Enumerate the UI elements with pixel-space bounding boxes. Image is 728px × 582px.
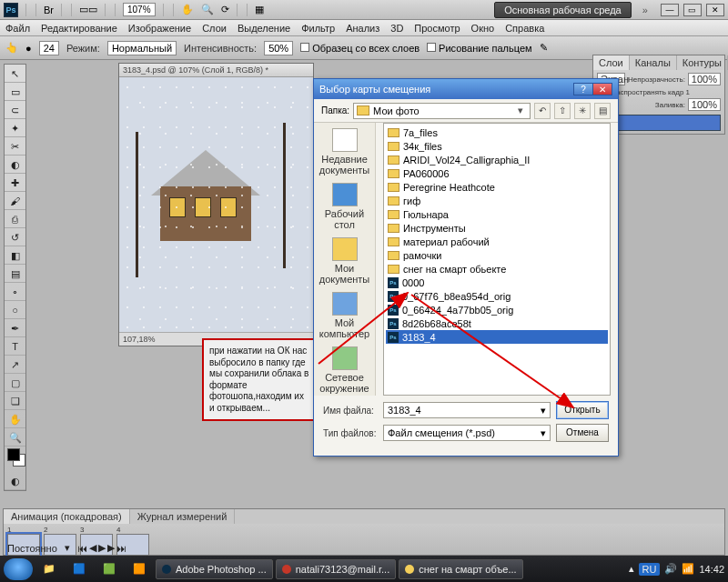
last-frame-button[interactable]: ⏭ xyxy=(116,543,126,554)
workspace-more-icon[interactable]: » xyxy=(642,5,648,15)
file-item[interactable]: гиф xyxy=(386,194,608,207)
tab-paths[interactable]: Контуры xyxy=(677,55,728,70)
dialog-help-button[interactable]: ? xyxy=(573,83,593,95)
tool-shape[interactable]: ▢ xyxy=(5,374,25,392)
menu-3d[interactable]: 3D xyxy=(390,23,403,34)
menu-file[interactable]: Файл xyxy=(5,23,30,34)
file-item[interactable]: ARIDI_Vol24_Calligraphia_II xyxy=(386,153,608,166)
dialog-close-button[interactable]: ✕ xyxy=(592,83,612,95)
brush-size-field[interactable]: 24 xyxy=(39,41,59,55)
file-item[interactable]: материал рабочий xyxy=(386,235,608,248)
filename-field[interactable]: 3183_4▾ xyxy=(383,402,551,418)
menu-filter[interactable]: Фильтр xyxy=(301,23,335,34)
file-item[interactable]: Ps8d26b68ace58t xyxy=(386,316,608,330)
tab-layers[interactable]: Слои xyxy=(593,55,630,70)
tray-up-icon[interactable]: ▴ xyxy=(629,563,634,575)
file-item[interactable]: рамочки xyxy=(386,248,608,262)
view-menu-button[interactable]: ▤ xyxy=(594,103,611,119)
brush-preview-icon[interactable]: ● xyxy=(25,43,32,54)
cancel-button[interactable]: Отмена xyxy=(556,424,609,442)
place-network[interactable]: Сетевое окружение xyxy=(318,346,372,394)
zoom-icon[interactable]: 🔍 xyxy=(201,4,214,15)
tool-marquee[interactable]: ▭ xyxy=(5,83,25,101)
place-documents[interactable]: Мои документы xyxy=(318,237,372,285)
minimize-button[interactable]: — xyxy=(661,4,679,16)
tool-blur[interactable]: ∘ xyxy=(5,283,25,301)
tool-wand[interactable]: ✦ xyxy=(5,119,25,137)
tool-stamp[interactable]: ⎙ xyxy=(5,210,25,228)
zoom-field[interactable]: 107% xyxy=(123,3,156,16)
tool-dodge[interactable]: ○ xyxy=(5,301,25,319)
pinned-app2[interactable]: 🟩 xyxy=(96,559,123,579)
file-item[interactable]: Ps3183_4 xyxy=(386,330,608,344)
tool-move[interactable]: ↖ xyxy=(5,65,25,83)
finger-paint-checkbox[interactable]: Рисование пальцем xyxy=(427,43,532,54)
menu-analysis[interactable]: Анализ xyxy=(346,23,379,34)
pinned-explorer[interactable]: 📁 xyxy=(35,559,63,579)
menu-edit[interactable]: Редактирование xyxy=(41,23,117,34)
file-item[interactable]: Гюльнара xyxy=(386,207,608,221)
file-item[interactable]: 7a_files xyxy=(386,125,608,139)
tool-brush[interactable]: 🖌 xyxy=(5,192,25,210)
tray-volume-icon[interactable]: 🔊 xyxy=(664,563,677,575)
tool-lasso[interactable]: ⊂ xyxy=(5,101,25,119)
place-computer[interactable]: Мой компьютер xyxy=(318,292,372,339)
tool-3d[interactable]: ❏ xyxy=(5,392,25,410)
tool-hand[interactable]: ✋ xyxy=(5,410,25,428)
up-button[interactable]: ⇧ xyxy=(554,103,571,119)
back-button[interactable]: ↶ xyxy=(534,103,551,119)
tab-animation[interactable]: Анимация (покадровая) xyxy=(4,509,130,524)
document-canvas[interactable] xyxy=(119,77,313,332)
menu-view[interactable]: Просмотр xyxy=(414,23,460,34)
workspace-button[interactable]: Основная рабочая среда xyxy=(494,2,632,18)
start-button[interactable] xyxy=(4,558,33,580)
sample-all-checkbox[interactable]: Образец со всех слоев xyxy=(300,43,420,54)
hand-icon[interactable]: ✋ xyxy=(181,4,194,15)
close-button[interactable]: ✕ xyxy=(706,4,724,16)
menu-layers[interactable]: Слои xyxy=(202,23,227,34)
tool-eyedrop[interactable]: ◐ xyxy=(5,156,25,174)
color-swatches[interactable] xyxy=(5,447,25,472)
tool-eraser[interactable]: ◧ xyxy=(5,246,25,265)
file-item[interactable]: Ps0000 xyxy=(386,276,608,289)
clock[interactable]: 14:42 xyxy=(699,564,724,575)
intensity-field[interactable]: 50% xyxy=(264,41,293,55)
task-button[interactable]: natali73123@mail.r... xyxy=(276,559,397,579)
pinned-app[interactable]: 🟦 xyxy=(66,559,93,579)
file-list[interactable]: 7a_files34к_filesARIDI_Vol24_Calligraphi… xyxy=(383,123,611,396)
tool-zoom[interactable]: 🔍 xyxy=(5,428,25,447)
tool-crop[interactable]: ✂ xyxy=(5,137,25,156)
file-item[interactable]: Инструменты xyxy=(386,221,608,235)
language-indicator[interactable]: RU xyxy=(639,563,661,576)
tray-network-icon[interactable]: 📶 xyxy=(682,563,694,575)
tool-history[interactable]: ↺ xyxy=(5,228,25,246)
task-button[interactable]: снег на смарт объе... xyxy=(399,559,522,579)
file-item[interactable]: Ps0_67f76_b8ea954d_orig xyxy=(386,289,608,303)
screen-mode-icon[interactable]: ▭▭ xyxy=(79,4,97,15)
tool-heal[interactable]: ✚ xyxy=(5,174,25,192)
loop-select[interactable]: Постоянно xyxy=(7,543,57,554)
file-item[interactable]: снег на смарт обьекте xyxy=(386,262,608,276)
filetype-select[interactable]: Файл смещения (*.psd)▾ xyxy=(383,425,551,441)
dialog-titlebar[interactable]: Выбор карты смещения ? ✕ xyxy=(314,79,618,99)
tab-channels[interactable]: Каналы xyxy=(630,55,677,70)
menu-window[interactable]: Окно xyxy=(471,23,495,34)
tool-pen[interactable]: ✒ xyxy=(5,319,25,337)
folder-combo[interactable]: Мои фото ▾ xyxy=(353,103,531,119)
maximize-button[interactable]: ▭ xyxy=(683,4,702,16)
pinned-app3[interactable]: 🟧 xyxy=(126,559,153,579)
menu-image[interactable]: Изображение xyxy=(128,23,191,34)
tool-path[interactable]: ↗ xyxy=(5,356,25,374)
open-button[interactable]: Открыть xyxy=(556,401,609,419)
file-item[interactable]: 34к_files xyxy=(386,139,608,153)
next-frame-button[interactable]: ▶ xyxy=(107,542,115,554)
menu-select[interactable]: Выделение xyxy=(238,23,290,34)
rotate-icon[interactable]: ⟳ xyxy=(221,4,229,15)
file-item[interactable]: PA060006 xyxy=(386,166,608,180)
fill-field[interactable]: 100% xyxy=(688,98,721,111)
new-folder-button[interactable]: ✳ xyxy=(574,103,591,119)
first-frame-button[interactable]: ⏮ xyxy=(77,543,87,554)
quickmask-icon[interactable]: ◐ xyxy=(5,472,25,490)
opacity-field[interactable]: 100% xyxy=(688,73,721,85)
arrange-icon[interactable]: ▦ xyxy=(255,4,264,15)
